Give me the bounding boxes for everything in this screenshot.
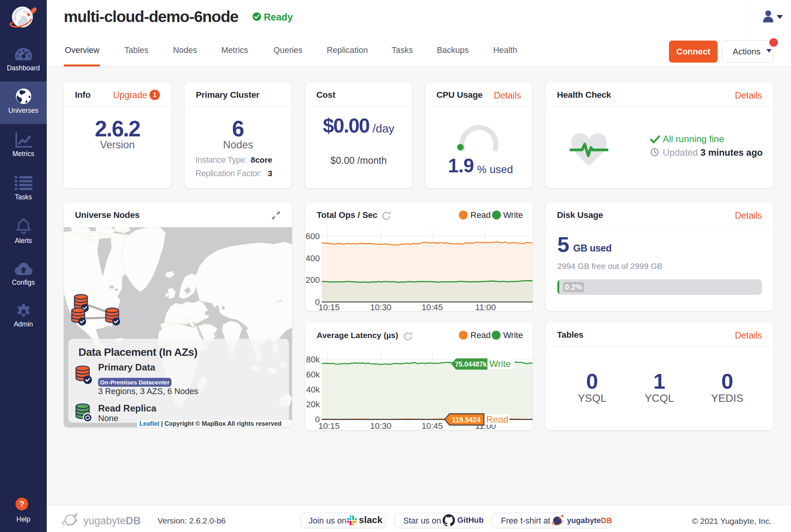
svg-text:Write: Write (489, 359, 511, 369)
svg-text:10:15: 10:15 (318, 421, 339, 430)
svg-text:119.5424: 119.5424 (452, 416, 480, 424)
svg-text:Read: Read (486, 414, 508, 425)
svg-text:60k: 60k (306, 370, 320, 379)
svg-text:11:00: 11:00 (475, 303, 496, 311)
svg-text:75.04487k: 75.04487k (455, 360, 487, 368)
svg-text:20k: 20k (306, 399, 320, 409)
svg-text:10:15: 10:15 (318, 303, 339, 311)
svg-text:40k: 40k (306, 385, 320, 394)
svg-text:200: 200 (306, 275, 320, 285)
svg-text:600: 600 (306, 231, 320, 241)
svg-text:10:30: 10:30 (370, 303, 391, 311)
svg-text:10:45: 10:45 (421, 421, 443, 430)
svg-text:10:45: 10:45 (421, 303, 443, 311)
svg-text:10:30: 10:30 (370, 421, 391, 430)
svg-text:80k: 80k (306, 355, 320, 364)
svg-text:400: 400 (306, 253, 320, 263)
